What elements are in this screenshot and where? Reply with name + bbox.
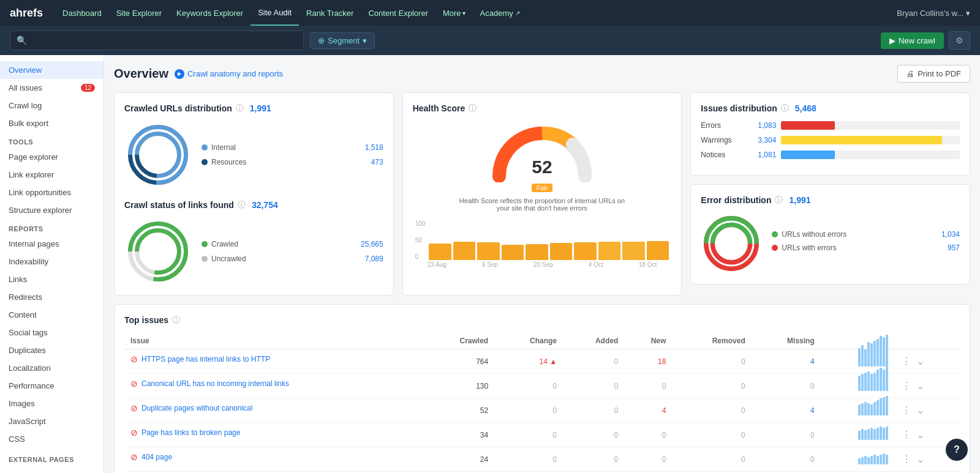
crawl-status-count[interactable]: 32,754	[252, 200, 278, 210]
error-dist-body: URLs without errors 1,034 URLs with erro…	[701, 213, 960, 274]
sidebar-item-external-pages[interactable]: External pages	[0, 452, 104, 467]
sidebar-item-localization[interactable]: Localization	[0, 359, 104, 377]
issue-link[interactable]: Duplicate pages without canonical	[141, 404, 252, 412]
errors-label: Errors	[701, 121, 744, 130]
sidebar-item-crawl-log[interactable]: Crawl log	[0, 97, 104, 114]
issue-link[interactable]: 404 page	[141, 453, 172, 461]
row-more-button[interactable]: ⋮	[900, 429, 913, 441]
crawled-cell: 24	[423, 447, 495, 472]
sidebar-item-javascript[interactable]: JavaScript	[0, 412, 104, 430]
search-input[interactable]	[31, 36, 297, 45]
table-header: Issue Crawled Change Added New Removed M…	[124, 333, 960, 349]
change-value: 0	[552, 431, 557, 439]
sidebar-item-page-explorer[interactable]: Page explorer	[0, 148, 104, 166]
sidebar-item-overview[interactable]: Overview	[0, 61, 104, 79]
row-more-button[interactable]: ⋮	[900, 356, 913, 367]
issue-link[interactable]: HTTPS page has internal links to HTTP	[141, 355, 270, 363]
settings-button[interactable]: ⚙	[949, 31, 970, 50]
sidebar-item-link-explorer[interactable]: Link explorer	[0, 166, 104, 184]
sidebar-item-indexability[interactable]: Indexability	[0, 253, 104, 270]
crawled-urls-header: Crawled URLs distribution ⓘ 1,991	[124, 103, 383, 114]
main-layout: Overview All issues 12 Crawl log Bulk ex…	[0, 55, 980, 473]
sidebar-item-internal-pages[interactable]: Internal pages	[0, 235, 104, 253]
crawled-cell: 34	[423, 423, 495, 447]
col-change: Change	[494, 333, 563, 349]
sidebar-item-link-opportunities[interactable]: Link opportunities	[0, 184, 104, 201]
row-expand-button[interactable]: ⌄	[915, 356, 925, 367]
segment-button[interactable]: ⊕ Segment ▾	[310, 32, 375, 49]
warnings-value[interactable]: 3,304	[748, 136, 776, 144]
all-issues-badge: 12	[81, 84, 95, 92]
main-content: Overview ▶ Crawl anatomy and reports 🖨 P…	[104, 55, 980, 473]
row-more-button[interactable]: ⋮	[900, 404, 913, 416]
with-errors-legend: URLs with errors 957	[772, 244, 960, 252]
nav-rank-tracker[interactable]: Rank Tracker	[299, 0, 361, 26]
search-input-wrap[interactable]: 🔍	[10, 31, 304, 50]
resources-dot	[202, 159, 208, 165]
sidebar-item-images[interactable]: Images	[0, 395, 104, 412]
nav-academy[interactable]: Academy ↗	[473, 0, 527, 26]
nav-site-audit[interactable]: Site Audit	[251, 0, 299, 26]
sidebar-item-redirects[interactable]: Redirects	[0, 288, 104, 306]
nav-keywords-explorer[interactable]: Keywords Explorer	[169, 0, 251, 26]
sidebar-item-links[interactable]: Links	[0, 270, 104, 288]
issues-dist-count[interactable]: 5,468	[795, 103, 816, 113]
sidebar-item-all-issues[interactable]: All issues 12	[0, 79, 104, 97]
sidebar-item-performance[interactable]: Performance	[0, 377, 104, 395]
no-errors-value[interactable]: 1,034	[941, 230, 960, 239]
crawled-dot	[202, 241, 208, 247]
nav-site-explorer[interactable]: Site Explorer	[109, 0, 169, 26]
row-expand-button[interactable]: ⌄	[915, 380, 925, 392]
new-crawl-button[interactable]: ▶ New crawl	[881, 32, 944, 49]
crawled-urls-count[interactable]: 1,991	[250, 103, 271, 113]
sidebar-item-bulk-export[interactable]: Bulk export	[0, 114, 104, 132]
row-expand-button[interactable]: ⌄	[915, 404, 925, 416]
top-issues-card: Top issues ⓘ Issue Crawled Change Added …	[114, 304, 970, 473]
row-expand-button[interactable]: ⌄	[915, 453, 925, 465]
sidebar-item-css[interactable]: CSS	[0, 430, 104, 448]
nav-content-explorer[interactable]: Content Explorer	[361, 0, 435, 26]
issue-link[interactable]: Canonical URL has no incoming internal l…	[141, 379, 289, 388]
nav-dashboard[interactable]: Dashboard	[55, 0, 109, 26]
svg-point-3	[134, 130, 183, 179]
with-errors-value[interactable]: 957	[948, 244, 960, 252]
nav-more[interactable]: More ▾	[435, 0, 473, 26]
errors-value[interactable]: 1,083	[748, 121, 776, 130]
print-icon: 🖨	[907, 69, 914, 78]
health-bar	[550, 243, 573, 260]
errors-bar-wrap	[781, 121, 960, 130]
error-icon: ⊘	[130, 354, 138, 364]
row-expand-button[interactable]: ⌄	[915, 429, 925, 441]
uncrawled-value[interactable]: 7,089	[365, 255, 383, 263]
print-button[interactable]: 🖨 Print to PDF	[897, 65, 970, 83]
resources-value[interactable]: 473	[371, 158, 383, 166]
row-more-button[interactable]: ⋮	[900, 453, 913, 465]
histogram-bar	[880, 426, 882, 440]
error-dist-header: Error distribution ⓘ 1,991	[701, 195, 960, 206]
help-button[interactable]: ?	[946, 439, 968, 461]
sidebar-item-structure-explorer[interactable]: Structure explorer	[0, 201, 104, 219]
histogram-bar	[886, 426, 888, 440]
issue-link[interactable]: Page has links to broken page	[141, 428, 240, 437]
crawl-status-legend: Crawled 25,665 Uncrawled 7,089	[202, 240, 383, 263]
missing-cell: 0	[752, 374, 821, 398]
sidebar-item-duplicates[interactable]: Duplicates	[0, 341, 104, 359]
new-cell: 18	[624, 349, 672, 374]
error-icon: ⊘	[130, 403, 138, 413]
histogram-bar	[861, 374, 864, 391]
sidebar-item-content[interactable]: Content	[0, 306, 104, 324]
with-errors-dot	[772, 245, 778, 251]
page-subtitle[interactable]: ▶ Crawl anatomy and reports	[175, 69, 283, 79]
row-more-button[interactable]: ⋮	[900, 380, 913, 392]
histogram-bar	[873, 455, 876, 464]
crawled-value[interactable]: 25,665	[361, 240, 383, 248]
table-row: ⊘Duplicate pages without canonical520040…	[124, 398, 960, 423]
sidebar-item-social-tags[interactable]: Social tags	[0, 324, 104, 341]
internal-value[interactable]: 1,518	[365, 143, 383, 152]
notices-value[interactable]: 1,081	[748, 151, 776, 159]
bar-y-axis: 100 50 0	[415, 220, 428, 260]
error-dist-count[interactable]: 1,991	[789, 195, 810, 205]
crawled-cell: 764	[423, 349, 495, 374]
account-menu[interactable]: Bryan Collins's w... ▾	[897, 9, 970, 18]
crawled-urls-donut	[124, 121, 192, 188]
